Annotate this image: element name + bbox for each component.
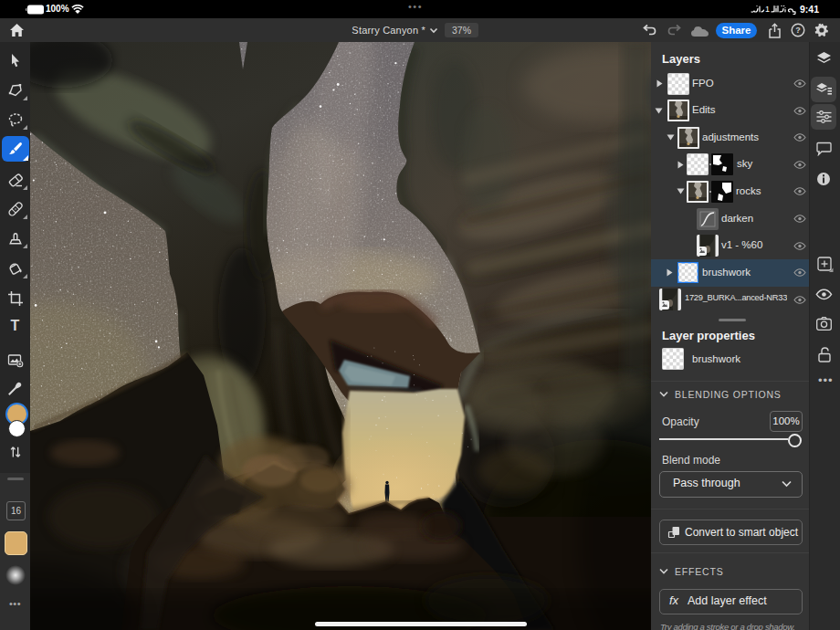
svg-text:?: ? xyxy=(795,26,801,35)
svg-text:9:41: 9:41 xyxy=(800,4,819,15)
svg-text:1: 1 xyxy=(765,5,770,14)
